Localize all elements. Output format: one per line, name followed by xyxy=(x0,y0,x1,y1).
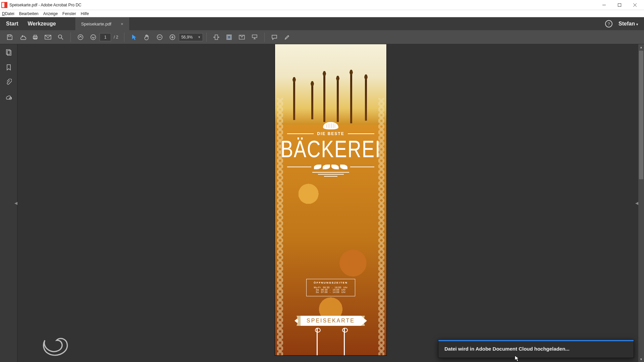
upload-message: Datei wird in Adobe Document Cloud hochg… xyxy=(438,341,634,358)
toolbar: / 2 56,9%▼ xyxy=(0,30,644,44)
nav-pane: ◀ xyxy=(0,44,17,362)
menu-help[interactable]: Hilfe xyxy=(81,11,89,16)
page-separator: / 2 xyxy=(114,35,118,40)
ribbon: SPEISEKARTE xyxy=(294,316,367,326)
minimize-button[interactable] xyxy=(596,0,612,10)
pdf-page-1: DIE BESTE BÄCKEREI ÖFFNUNGSZEITEN Mo-Fr0… xyxy=(275,44,386,355)
scroll-down-icon[interactable]: ▼ xyxy=(638,356,644,362)
collapse-left-icon[interactable]: ◀ xyxy=(14,201,17,205)
help-icon[interactable]: ? xyxy=(605,20,612,27)
print-icon[interactable] xyxy=(30,32,41,43)
app-icon xyxy=(1,2,7,8)
page-up-icon[interactable] xyxy=(75,32,86,43)
menubar: DDateiDatei Bearbeiten Anzeige Fenster H… xyxy=(0,10,644,17)
document-tab[interactable]: Speisekarte.pdf × xyxy=(75,17,129,30)
titlebar: Speisekarte.pdf - Adobe Acrobat Pro DC xyxy=(0,0,644,10)
hand-tool-icon[interactable] xyxy=(141,32,153,43)
svg-rect-18 xyxy=(215,35,218,40)
document-viewport[interactable]: DIE BESTE BÄCKEREI ÖFFNUNGSZEITEN Mo-Fr0… xyxy=(17,44,644,362)
zoom-value: 56,9% xyxy=(181,35,193,40)
svg-rect-22 xyxy=(252,35,257,38)
highlight-icon[interactable] xyxy=(281,32,293,43)
svg-point-11 xyxy=(78,35,83,40)
user-menu[interactable]: Stefan▾ xyxy=(619,21,638,27)
bread-icon xyxy=(323,122,338,129)
svg-line-10 xyxy=(61,38,63,40)
hours-title: ÖFFNUNGSZEITEN xyxy=(309,281,352,284)
fit-width-icon[interactable] xyxy=(211,32,222,43)
window-title: Speisekarte.pdf - Adobe Acrobat Pro DC xyxy=(9,3,82,7)
svg-rect-23 xyxy=(6,50,10,54)
search-icon[interactable] xyxy=(55,32,66,43)
thumbnails-icon[interactable] xyxy=(4,48,13,57)
svg-rect-6 xyxy=(34,35,37,37)
vertical-scrollbar[interactable]: ▲ ▼ xyxy=(638,44,644,362)
tab-start[interactable]: Start xyxy=(6,21,18,27)
mail-icon[interactable] xyxy=(42,32,54,43)
scroll-thumb[interactable] xyxy=(639,51,643,179)
comment-icon[interactable] xyxy=(269,32,280,43)
tab-bar: Start Werkzeuge Speisekarte.pdf × ? Stef… xyxy=(0,17,644,30)
pdf-title: BÄCKEREI xyxy=(275,135,386,163)
menu-edit[interactable]: Bearbeiten xyxy=(19,11,39,16)
read-mode-icon[interactable] xyxy=(249,32,260,43)
save-icon[interactable] xyxy=(4,32,15,43)
fit-page-icon[interactable] xyxy=(223,32,235,43)
upload-toast: Datei wird in Adobe Document Cloud hochg… xyxy=(438,340,634,358)
page-down-icon[interactable] xyxy=(88,32,99,43)
chevron-down-icon: ▼ xyxy=(198,36,201,39)
scroll-up-icon[interactable]: ▲ xyxy=(638,44,644,50)
page-number-input[interactable] xyxy=(100,33,111,41)
close-tab-icon[interactable]: × xyxy=(121,21,123,26)
chevron-down-icon: ▾ xyxy=(636,22,638,26)
zoom-select[interactable]: 56,9%▼ xyxy=(179,33,203,41)
zoom-in-icon[interactable] xyxy=(167,32,178,43)
document-tab-label: Speisekarte.pdf xyxy=(81,21,111,26)
maximize-button[interactable] xyxy=(612,0,627,10)
menu-file[interactable]: DDateiDatei xyxy=(2,11,14,16)
close-button[interactable] xyxy=(627,0,643,10)
svg-point-12 xyxy=(91,35,96,40)
menu-window[interactable]: Fenster xyxy=(62,11,76,16)
cloud-file-icon[interactable] xyxy=(4,93,13,101)
hours-box: ÖFFNUNGSZEITEN Mo-Fr06:30-18:00Uhr Sa06:… xyxy=(306,279,355,296)
user-name: Stefan xyxy=(619,21,635,26)
svg-point-9 xyxy=(58,35,62,38)
watermark-swoosh-icon xyxy=(41,334,71,357)
selection-tool-icon[interactable] xyxy=(128,32,140,43)
svg-rect-1 xyxy=(618,3,621,6)
tab-tools[interactable]: Werkzeuge xyxy=(28,21,56,27)
menu-view[interactable]: Anzeige xyxy=(43,11,58,16)
zoom-out-icon[interactable] xyxy=(154,32,165,43)
bookmark-icon[interactable] xyxy=(4,63,13,72)
attachment-icon[interactable] xyxy=(4,78,13,86)
collapse-right-icon[interactable]: ◀ xyxy=(635,201,638,205)
svg-rect-24 xyxy=(7,51,11,55)
ribbon-label: SPEISEKARTE xyxy=(301,316,361,326)
page-display-icon[interactable] xyxy=(236,32,248,43)
cloud-icon[interactable] xyxy=(17,32,28,43)
